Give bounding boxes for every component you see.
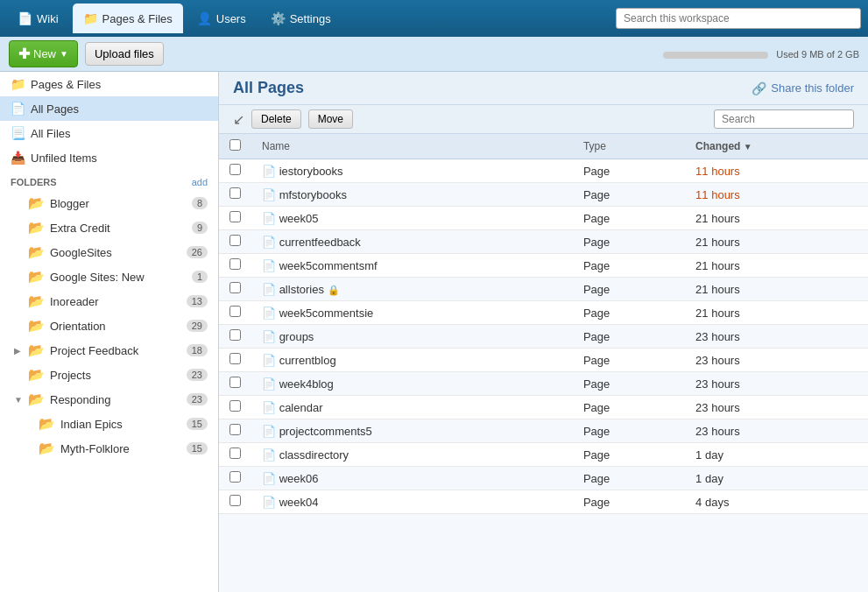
delete-button[interactable]: Delete [251,109,301,129]
row-checkbox[interactable] [229,164,241,175]
row-name-cell[interactable]: 📄 week04 [251,490,573,514]
row-checkbox[interactable] [229,282,241,293]
page-icon: 📄 [262,330,276,343]
workspace-search-input[interactable] [616,8,861,29]
move-button[interactable]: Move [308,109,353,129]
page-icon: 📄 [262,165,276,178]
row-changed-cell: 21 hours [685,254,868,278]
folder-extra-credit-label: Extra Credit [50,222,110,235]
row-checkbox-cell [219,230,251,254]
row-name-cell[interactable]: 📄 currentblog [251,349,573,372]
sidebar-item-pages-files[interactable]: 📁 Pages & Files [0,72,218,96]
tab-settings-label: Settings [290,12,331,25]
col-changed[interactable]: Changed ▼ [685,134,868,159]
tab-settings[interactable]: ⚙️ Settings [260,4,342,33]
row-checkbox[interactable] [229,400,241,412]
table-row: 📄 classdirectory Page 1 day [219,443,868,467]
col-type[interactable]: Type [573,134,685,159]
row-type-cell: Page [573,278,685,301]
file-table: Name Type Changed ▼ 📄 iestorybooks Page [219,134,868,592]
row-type-cell: Page [573,396,685,419]
folder-myth-folklore[interactable]: 📂 Myth-Folklore 15 [0,436,218,461]
row-checkbox[interactable] [229,235,241,246]
row-name-cell[interactable]: 📄 week06 [251,467,573,490]
main-toolbar: ✚ New ▼ Upload files Used 9 MB of 2 GB [0,37,868,72]
tab-users[interactable]: 👤 Users [187,4,257,33]
row-checkbox[interactable] [229,377,241,388]
folder-blogger[interactable]: 📂 Blogger 8 [0,191,218,215]
row-name-cell[interactable]: 📄 allstories 🔒 [251,278,573,301]
tab-pages-files[interactable]: 📁 Pages & Files [73,4,183,33]
select-all-checkbox[interactable] [229,139,241,151]
folder-orientation[interactable]: 📂 Orientation 29 [0,314,218,338]
share-icon: 🔗 [752,81,766,95]
folder-icon-gsn: 📂 [28,269,45,285]
row-checkbox[interactable] [229,471,241,483]
row-checkbox[interactable] [229,448,241,459]
row-checkbox[interactable] [229,211,241,222]
sidebar-item-unfiled[interactable]: 📥 Unfiled Items [0,145,218,170]
tab-pages-files-label: Pages & Files [102,12,173,25]
new-button[interactable]: ✚ New ▼ [9,40,78,67]
row-checkbox[interactable] [229,353,241,364]
row-name-cell[interactable]: 📄 week4blog [251,372,573,396]
row-checkbox[interactable] [229,306,241,317]
row-checkbox[interactable] [229,495,241,506]
file-name: iestorybooks [279,165,343,178]
folder-google-sites-new[interactable]: 📂 Google Sites: New 1 [0,264,218,289]
upload-files-button[interactable]: Upload files [85,42,164,66]
folders-label: FOLDERS [11,177,57,187]
add-folder-link[interactable]: add [192,177,208,187]
row-name-cell[interactable]: 📄 currentfeedback [251,230,573,254]
folder-gsn-label: Google Sites: New [50,271,145,284]
folder-inoreader-count: 13 [187,295,208,307]
folder-icon-mf: 📂 [39,440,55,456]
row-name-cell[interactable]: 📄 calendar [251,396,573,419]
col-name[interactable]: Name [251,134,573,159]
folder-indian-epics[interactable]: 📂 Indian Epics 15 [0,412,218,436]
file-name: classdirectory [279,448,349,462]
folder-pf-count: 18 [187,344,208,356]
row-checkbox[interactable] [229,424,241,435]
folder-project-feedback[interactable]: ▶ 📂 Project Feedback 18 [0,338,218,363]
users-icon: 👤 [197,11,212,25]
row-checkbox[interactable] [229,329,241,341]
table-row: 📄 iestorybooks Page 11 hours [219,159,868,183]
dropdown-arrow-icon: ▼ [60,49,68,59]
tab-wiki[interactable]: 📄 Wiki [7,4,69,33]
sidebar-item-all-pages[interactable]: 📄 All Pages [0,96,218,121]
row-name-cell[interactable]: 📄 projectcomments5 [251,419,573,443]
folder-responding[interactable]: ▼ 📂 Responding 23 [0,387,218,412]
row-changed-cell: 4 days [685,490,868,514]
folder-icon-orientation: 📂 [28,318,45,334]
row-name-cell[interactable]: 📄 week5commentsmf [251,254,573,278]
folder-icon-projects: 📂 [28,367,45,383]
folder-extra-credit[interactable]: 📂 Extra Credit 9 [0,215,218,240]
row-name-cell[interactable]: 📄 classdirectory [251,443,573,467]
row-name-cell[interactable]: 📄 iestorybooks [251,159,573,183]
row-checkbox-cell [219,349,251,372]
row-name-cell[interactable]: 📄 week5commentsie [251,301,573,325]
row-checkbox[interactable] [229,187,241,199]
file-name: week4blog [279,377,334,391]
row-changed-cell: 11 hours [685,183,868,207]
row-name-cell[interactable]: 📄 groups [251,325,573,349]
folder-inoreader[interactable]: 📂 Inoreader 13 [0,289,218,314]
sidebar-item-all-files[interactable]: 📃 All Files [0,121,218,145]
top-nav-bar: 📄 Wiki 📁 Pages & Files 👤 Users ⚙️ Settin… [0,0,868,37]
row-name-cell[interactable]: 📄 week05 [251,207,573,230]
file-name: week5commentsie [279,307,374,320]
folder-icon-pf: 📂 [28,342,45,358]
table-row: 📄 week5commentsie Page 21 hours [219,301,868,325]
row-checkbox-cell [219,372,251,396]
unfiled-icon: 📥 [11,151,25,165]
row-changed-cell: 21 hours [685,278,868,301]
back-button[interactable]: ↙ [233,111,244,128]
folder-googlesites[interactable]: 📂 GoogleSites 26 [0,240,218,264]
file-search-input[interactable] [714,109,854,129]
share-folder-button[interactable]: 🔗 Share this folder [752,81,854,95]
row-type-cell: Page [573,490,685,514]
folder-projects[interactable]: 📂 Projects 23 [0,363,218,387]
row-checkbox[interactable] [229,258,241,270]
row-name-cell[interactable]: 📄 mfstorybooks [251,183,573,207]
